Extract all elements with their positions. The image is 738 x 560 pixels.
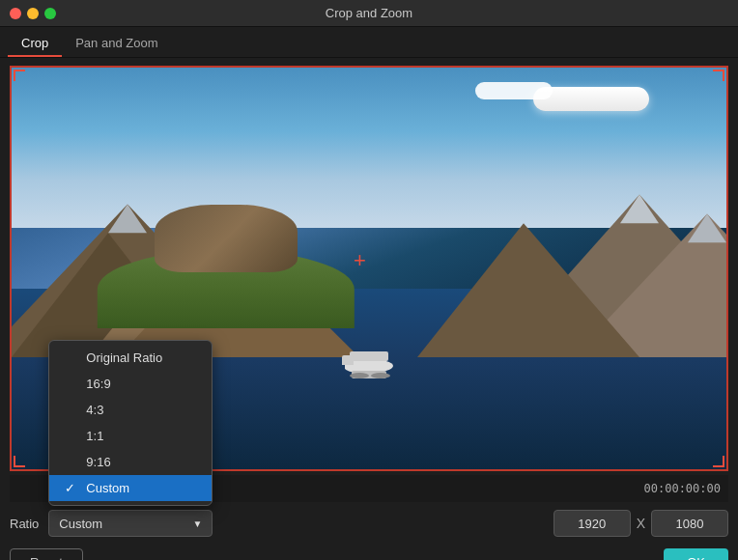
timecode: 00:00:00:00 (644, 482, 721, 495)
ratio-dropdown-container: Original Ratio 16:9 4:3 1:1 9:16 ✓ Custo… (48, 510, 213, 537)
cloud-2 (475, 82, 553, 99)
ratio-dropdown-trigger[interactable]: Custom ▼ (48, 510, 213, 537)
plane-float-right (371, 373, 390, 378)
ratio-option-original-label: Original Ratio (86, 350, 162, 365)
width-input[interactable] (554, 510, 631, 537)
ratio-option-1-1-label: 1:1 (86, 429, 103, 443)
close-button[interactable] (10, 8, 21, 19)
tab-pan-zoom[interactable]: Pan and Zoom (62, 30, 171, 57)
window-title: Crop and Zoom (326, 6, 412, 20)
ratio-option-16-9-label: 16:9 (86, 377, 110, 391)
ok-button[interactable]: OK (664, 548, 728, 560)
plane-wing-top (350, 351, 388, 361)
plane-float-left (350, 373, 369, 378)
ratio-option-9-16[interactable]: 9:16 (49, 449, 212, 475)
plane-tail (342, 355, 354, 365)
plane (330, 351, 408, 380)
size-separator: X (637, 516, 645, 531)
svg-marker-8 (620, 194, 659, 223)
crosshair (359, 259, 379, 278)
island-peak (155, 205, 298, 272)
ratio-option-custom[interactable]: ✓ Custom (49, 475, 212, 501)
dropdown-selected-label: Custom (59, 517, 102, 531)
ratio-option-16-9[interactable]: 16:9 (49, 371, 212, 397)
title-bar: Crop and Zoom (0, 0, 738, 27)
maximize-button[interactable] (44, 8, 56, 19)
ratio-option-9-16-label: 9:16 (86, 455, 110, 469)
checkmark-custom: ✓ (65, 481, 78, 495)
corner-handle-br[interactable] (713, 456, 724, 467)
height-input[interactable] (651, 510, 728, 537)
tab-crop[interactable]: Crop (8, 30, 62, 57)
reset-button[interactable]: Reset (10, 548, 83, 560)
ratio-option-4-3[interactable]: 4:3 (49, 397, 212, 423)
ratio-option-4-3-label: 4:3 (86, 403, 103, 417)
corner-handle-bl[interactable] (14, 456, 25, 467)
corner-handle-tr[interactable] (713, 70, 724, 81)
ratio-option-original[interactable]: Original Ratio (49, 345, 212, 371)
ratio-label: Ratio (10, 517, 39, 531)
tab-bar: Crop Pan and Zoom (0, 27, 738, 58)
minimize-button[interactable] (27, 8, 39, 19)
bottom-controls: Ratio Original Ratio 16:9 4:3 1:1 9 (0, 502, 738, 545)
action-buttons: Reset OK (0, 545, 738, 560)
size-inputs: X (554, 510, 728, 537)
window-controls[interactable] (10, 8, 56, 19)
ratio-option-custom-label: Custom (86, 481, 129, 495)
corner-handle-tl[interactable] (14, 70, 25, 81)
ratio-dropdown-menu[interactable]: Original Ratio 16:9 4:3 1:1 9:16 ✓ Custo… (48, 340, 213, 506)
island (83, 216, 369, 328)
ratio-option-1-1[interactable]: 1:1 (49, 423, 212, 449)
chevron-down-icon: ▼ (192, 518, 202, 529)
